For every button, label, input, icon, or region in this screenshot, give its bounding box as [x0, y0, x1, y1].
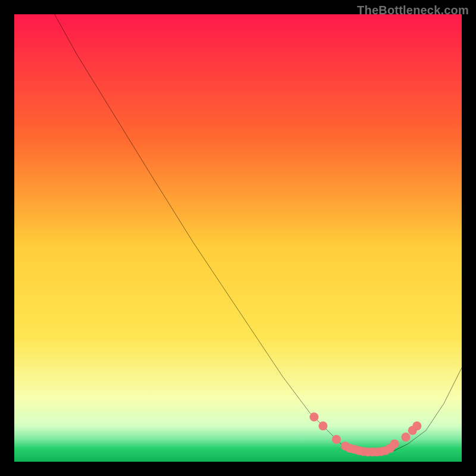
- attribution-text: TheBottleneck.com: [357, 4, 469, 17]
- plot-area: [14, 14, 462, 462]
- marker-point: [412, 421, 421, 430]
- gradient-background: [14, 14, 462, 462]
- marker-point: [318, 421, 327, 430]
- marker-point: [390, 439, 399, 448]
- chart-svg: [14, 14, 462, 462]
- chart-container: TheBottleneck.com: [0, 0, 476, 476]
- marker-point: [332, 435, 341, 444]
- marker-point: [309, 412, 318, 421]
- marker-point: [401, 433, 410, 441]
